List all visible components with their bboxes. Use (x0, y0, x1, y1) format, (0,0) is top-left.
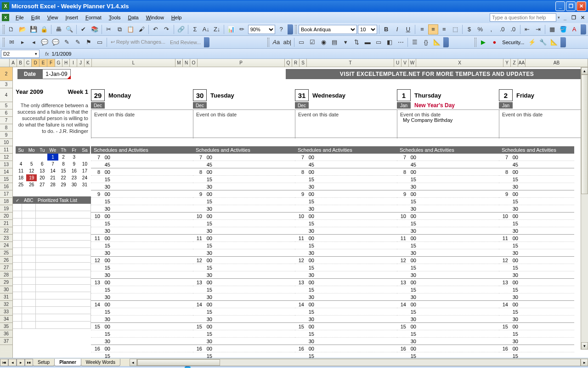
time-slot[interactable]: 15 (193, 352, 295, 358)
task-row[interactable] (13, 233, 91, 241)
sheet-tab-weekly-words[interactable]: Weekly Words (81, 359, 120, 366)
toolbar-grip[interactable] (3, 38, 5, 47)
increase-indent-button[interactable]: ⇥ (533, 24, 543, 34)
col-head-C[interactable]: C (24, 59, 32, 67)
group-button[interactable]: ▭ (296, 37, 306, 47)
excel-icon-small[interactable]: X (2, 14, 9, 21)
time-slot[interactable]: 15 (295, 330, 397, 338)
time-slot[interactable]: 30 (193, 338, 295, 345)
col-head-B[interactable]: B (17, 59, 24, 67)
col-head-A[interactable]: A (10, 59, 17, 67)
envelope-button[interactable]: ✉ (6, 37, 17, 47)
spreadsheet-grid[interactable]: Date 1-Jan-09 VISIT EXCELTEMPLATE.NET FO… (13, 67, 588, 358)
task-row[interactable] (13, 292, 91, 299)
time-slot[interactable]: 1000 (295, 213, 397, 220)
time-slot[interactable]: 30 (397, 271, 499, 279)
menu-view[interactable]: View (44, 14, 62, 21)
col-head-Q[interactable]: Q (285, 59, 292, 67)
time-slot[interactable]: 15 (91, 352, 193, 358)
cal-day[interactable]: 4 (16, 161, 26, 167)
cal-day[interactable]: 2 (58, 154, 69, 161)
maximize-button[interactable]: ❐ (566, 1, 576, 11)
row-head-12[interactable]: 12 (0, 154, 12, 161)
cal-day[interactable]: 13 (37, 167, 47, 174)
toolbar-endcap[interactable] (560, 37, 566, 47)
time-slot[interactable]: 15 (193, 220, 295, 227)
toolbar-endcap[interactable] (443, 37, 449, 47)
cal-day[interactable]: 29 (58, 181, 69, 188)
time-slot[interactable]: 15 (499, 264, 574, 271)
end-review-button[interactable]: End Review... (168, 40, 203, 45)
task-row[interactable] (13, 299, 91, 307)
time-slot[interactable]: 1500 (295, 323, 397, 330)
tab-first-button[interactable]: ⏮ (0, 359, 8, 366)
time-slot[interactable]: 15 (91, 198, 193, 205)
row-head-21[interactable]: 21 (0, 220, 12, 227)
event-box[interactable]: Event on this date (91, 110, 193, 138)
time-slot[interactable]: 30 (91, 205, 193, 213)
cal-day[interactable]: 14 (47, 167, 58, 174)
time-slot[interactable]: 30 (499, 249, 574, 257)
toolbar-endcap[interactable] (581, 24, 586, 34)
col-head-L[interactable]: L (92, 59, 175, 67)
menu-tools[interactable]: Tools (105, 14, 124, 21)
row-head-15[interactable]: 15 (0, 176, 12, 183)
cal-day[interactable] (26, 154, 37, 161)
time-slot[interactable]: 30 (295, 316, 397, 323)
task-row[interactable] (13, 218, 91, 226)
bold-button[interactable]: B (381, 24, 391, 34)
cal-day[interactable]: 19 (26, 174, 37, 181)
cal-day[interactable]: 3 (69, 154, 79, 161)
row-head-6[interactable]: 6 (0, 109, 12, 117)
time-slot[interactable]: 1100 (499, 235, 574, 242)
cal-day[interactable]: 21 (47, 174, 58, 181)
fx-icon[interactable]: fx (45, 51, 49, 57)
time-slot[interactable]: 15 (499, 286, 574, 293)
preview-button[interactable]: 🔍 (64, 24, 74, 34)
task-row[interactable] (13, 263, 91, 270)
event-box[interactable]: Event on this date (499, 110, 574, 138)
menu-window[interactable]: Window (142, 14, 168, 21)
time-slot[interactable]: 30 (91, 316, 193, 323)
time-slot[interactable]: 30 (193, 205, 295, 213)
open-button[interactable]: 📂 (17, 24, 28, 34)
tab-next-button[interactable]: ▸ (17, 359, 25, 366)
properties-button[interactable]: ☰ (410, 37, 420, 47)
time-slot[interactable]: 900 (397, 190, 499, 198)
row-head-34[interactable]: 34 (0, 316, 12, 323)
font-a-button[interactable]: Aa (271, 37, 281, 47)
time-slot[interactable]: 900 (499, 190, 574, 198)
horizontal-scrollbar[interactable]: ◂ ▸ (130, 359, 588, 366)
time-slot[interactable]: 900 (295, 190, 397, 198)
scroll-up-button[interactable]: ▴ (581, 67, 588, 75)
redo-button[interactable]: ↷ (162, 24, 172, 34)
time-slot[interactable]: 900 (193, 190, 295, 198)
option-button[interactable]: ◉ (318, 37, 328, 47)
row-head-31[interactable]: 31 (0, 293, 12, 301)
edit-button[interactable]: ✎ (73, 37, 83, 47)
time-slot[interactable]: 800 (91, 168, 193, 176)
time-slot[interactable]: 1100 (397, 235, 499, 242)
scroll-left-button[interactable]: ◂ (130, 359, 137, 366)
menu-file[interactable]: File (12, 14, 28, 21)
row-head-30[interactable]: 30 (0, 286, 12, 293)
help-search-input[interactable] (490, 13, 556, 22)
formula-input[interactable] (52, 50, 587, 58)
time-slot[interactable]: 1200 (193, 257, 295, 264)
time-slot[interactable]: 30 (193, 227, 295, 235)
time-slot[interactable]: 1300 (295, 279, 397, 286)
col-head-V[interactable]: V (401, 59, 409, 67)
row-head-25[interactable]: 25 (0, 249, 12, 257)
col-head-S[interactable]: S (300, 59, 307, 67)
row-head-19[interactable]: 19 (0, 205, 12, 213)
permission-button[interactable]: 🔒 (40, 24, 50, 34)
col-head-O[interactable]: O (190, 59, 198, 67)
toolbar-grip[interactable] (267, 38, 269, 47)
time-slot[interactable]: 30 (397, 183, 499, 190)
row-head-36[interactable]: 36 (0, 330, 12, 338)
row-head-24[interactable]: 24 (0, 242, 12, 249)
time-slot[interactable]: 700 (397, 154, 499, 161)
time-slot[interactable]: 30 (499, 205, 574, 213)
time-slot[interactable]: 45 (397, 161, 499, 168)
time-slot[interactable]: 15 (295, 220, 397, 227)
